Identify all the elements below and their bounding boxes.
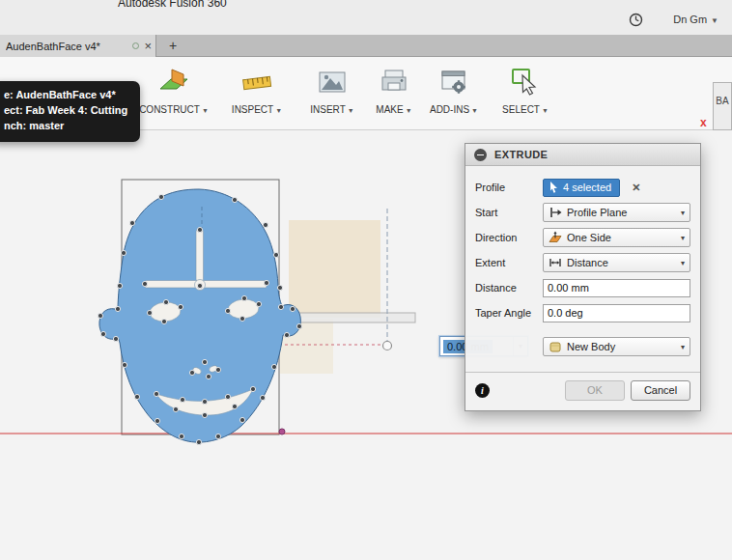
extrude-dialog: EXTRUDE Profile 4 selected ✕ Start xyxy=(465,143,701,411)
title-bar: Autodesk Fusion 360 Dn Gm▼ xyxy=(0,0,732,35)
user-menu-label: Dn Gm xyxy=(673,14,707,25)
dialog-header[interactable]: EXTRUDE xyxy=(465,144,700,166)
user-menu[interactable]: Dn Gm▼ xyxy=(673,14,718,25)
chevron-down-icon: ▼ xyxy=(471,107,478,114)
toolbar-insert[interactable]: INSERT▼ xyxy=(297,61,367,126)
app-window: Autodesk Fusion 360 Dn Gm▼ AudenBathFace… xyxy=(0,0,732,560)
tab-audenbathface[interactable]: AudenBathFace v4* × xyxy=(0,35,156,57)
row-taper: Taper Angle xyxy=(475,300,690,325)
selected-sketch-point[interactable] xyxy=(279,429,285,434)
row-distance: Distance xyxy=(475,275,690,300)
chevron-down-icon: ▾ xyxy=(681,209,685,217)
chevron-down-icon: ▼ xyxy=(275,107,282,114)
chevron-down-icon: ▾ xyxy=(681,343,685,351)
toolbar-insert-label: INSERT▼ xyxy=(310,104,353,115)
taper-angle-label: Taper Angle xyxy=(475,307,543,319)
toolbar-construct-label: CONSTRUCT▼ xyxy=(139,104,209,115)
construction-region xyxy=(289,220,380,318)
axis-x-label: x xyxy=(700,116,707,129)
toolbar-inspect[interactable]: INSPECT▼ xyxy=(222,61,292,126)
construct-icon xyxy=(158,67,189,98)
document-tab-bar: AudenBathFace v4* × + xyxy=(0,35,732,57)
tooltip-line-name: e: AudenBathFace v4* xyxy=(4,88,127,103)
dialog-footer: i OK Cancel xyxy=(465,372,700,410)
toolbar-add-ins-label: ADD-INS▼ xyxy=(430,104,478,115)
distance-label: Distance xyxy=(475,282,543,294)
row-extent: Extent Distance ▾ xyxy=(475,250,690,275)
tooltip-line-project: ect: Fab Week 4: Cutting xyxy=(4,103,127,119)
chevron-down-icon: ▾ xyxy=(681,259,685,267)
direction-dropdown[interactable]: One Side ▾ xyxy=(543,228,690,247)
profile-label: Profile xyxy=(475,182,543,193)
toolbar-select-label: SELECT▼ xyxy=(502,104,549,115)
chevron-down-icon: ▼ xyxy=(711,16,718,25)
row-profile: Profile 4 selected ✕ xyxy=(475,175,690,200)
start-dropdown[interactable]: Profile Plane ▾ xyxy=(543,203,690,222)
chevron-down-icon: ▾ xyxy=(681,234,685,242)
collapse-icon[interactable] xyxy=(474,149,487,161)
row-start: Start Profile Plane ▾ xyxy=(475,200,690,225)
new-tab-button[interactable]: + xyxy=(162,35,183,57)
toolbar-add-ins[interactable]: ADD-INS▼ xyxy=(419,61,489,126)
distance-icon xyxy=(549,256,562,269)
clear-selection-icon[interactable]: ✕ xyxy=(632,182,640,194)
new-body-icon xyxy=(549,340,562,353)
chevron-down-icon: ▼ xyxy=(348,107,354,114)
direction-label: Direction xyxy=(475,232,543,243)
chevron-down-icon: ▼ xyxy=(406,107,412,114)
inspect-icon xyxy=(241,67,272,98)
operation-dropdown[interactable]: New Body ▾ xyxy=(543,337,690,356)
tab-label: AudenBathFace v4* xyxy=(6,41,127,52)
tab-status-icon xyxy=(132,42,139,49)
clock-icon[interactable] xyxy=(629,13,643,31)
cancel-button[interactable]: Cancel xyxy=(631,380,690,401)
extent-label: Extent xyxy=(475,257,543,268)
ok-button[interactable]: OK xyxy=(565,380,625,401)
extrude-manipulator-handle[interactable] xyxy=(383,342,392,350)
toolbar-make-label: MAKE▼ xyxy=(376,104,411,115)
extent-dropdown[interactable]: Distance ▾ xyxy=(543,253,690,272)
row-direction: Direction One Side ▾ xyxy=(475,225,690,250)
profile-selection-chip[interactable]: 4 selected xyxy=(543,179,620,197)
document-info-tooltip: e: AudenBathFace v4* ect: Fab Week 4: Cu… xyxy=(0,81,140,142)
side-panel-fragment[interactable]: BA xyxy=(713,82,732,130)
slot-bar xyxy=(283,313,415,322)
insert-icon xyxy=(317,67,348,98)
toolbar-construct[interactable]: CONSTRUCT▼ xyxy=(139,61,209,126)
app-title: Autodesk Fusion 360 xyxy=(118,0,227,10)
profile-plane-icon xyxy=(549,206,562,219)
info-icon[interactable]: i xyxy=(475,383,490,398)
taper-angle-input[interactable] xyxy=(543,304,690,322)
chevron-down-icon: ▼ xyxy=(542,107,549,114)
select-icon xyxy=(510,67,541,98)
row-operation: New Body ▾ xyxy=(475,334,690,359)
chevron-down-icon: ▼ xyxy=(202,107,209,114)
tooltip-line-branch: nch: master xyxy=(4,119,127,134)
toolbar-select[interactable]: SELECT▼ xyxy=(491,61,560,126)
cursor-icon xyxy=(549,182,558,193)
distance-input[interactable] xyxy=(543,279,690,297)
toolbar-inspect-label: INSPECT▼ xyxy=(232,104,282,115)
start-label: Start xyxy=(475,207,543,218)
dialog-title: EXTRUDE xyxy=(494,149,548,160)
make-icon xyxy=(379,67,409,98)
add-ins-icon xyxy=(438,67,469,98)
one-side-icon xyxy=(549,231,562,244)
tab-close-icon[interactable]: × xyxy=(144,40,152,52)
